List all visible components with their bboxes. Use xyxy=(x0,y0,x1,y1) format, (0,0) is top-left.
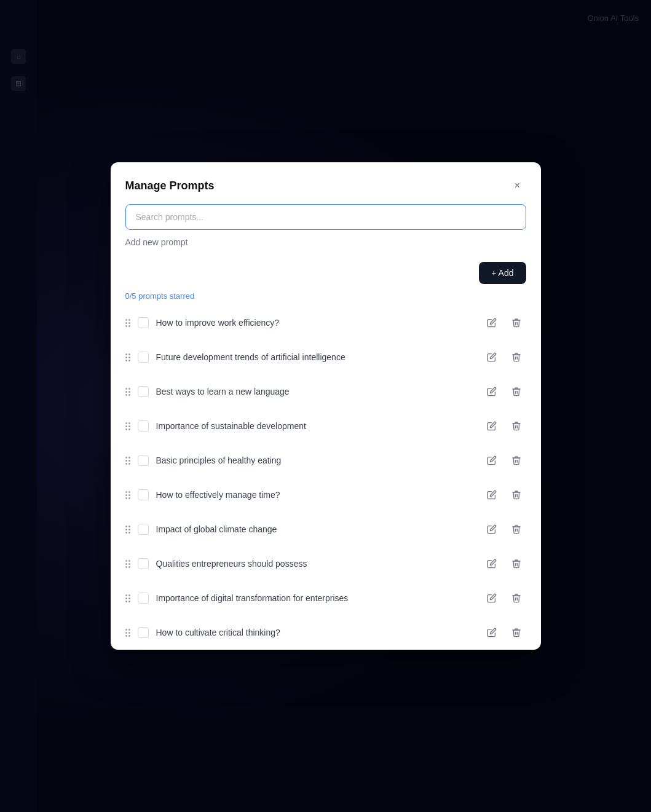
add-new-prompt-link[interactable]: Add new prompt xyxy=(125,235,188,250)
delete-icon xyxy=(511,524,521,534)
starred-count: 0/5 prompts starred xyxy=(111,291,541,305)
modal-toolbar: + Add xyxy=(111,257,541,291)
modal-backdrop: Manage Prompts × Add new prompt + Add 0/… xyxy=(0,0,651,812)
delete-icon xyxy=(511,352,521,362)
list-item: How to effectively manage time? xyxy=(116,478,536,512)
edit-button[interactable] xyxy=(482,313,502,333)
delete-button[interactable] xyxy=(507,382,526,401)
prompt-actions xyxy=(482,416,526,436)
delete-icon xyxy=(511,593,521,603)
drag-handle[interactable] xyxy=(125,560,130,568)
prompt-text: Future development trends of artificial … xyxy=(156,352,475,362)
prompt-checkbox[interactable] xyxy=(138,558,149,569)
delete-button[interactable] xyxy=(507,347,526,367)
prompt-checkbox[interactable] xyxy=(138,627,149,638)
edit-button[interactable] xyxy=(482,554,502,574)
delete-button[interactable] xyxy=(507,416,526,436)
delete-button[interactable] xyxy=(507,313,526,333)
prompt-text: Qualities entrepreneurs should possess xyxy=(156,559,475,569)
prompt-actions xyxy=(482,451,526,470)
drag-handle[interactable] xyxy=(125,353,130,361)
list-item: How to cultivate critical thinking? xyxy=(116,615,536,650)
delete-button[interactable] xyxy=(507,588,526,608)
prompt-checkbox[interactable] xyxy=(138,420,149,432)
prompt-actions xyxy=(482,588,526,608)
prompt-text: Importance of digital transformation for… xyxy=(156,593,475,603)
prompt-checkbox[interactable] xyxy=(138,489,149,500)
prompt-actions xyxy=(482,485,526,505)
modal-title: Manage Prompts xyxy=(125,179,215,192)
edit-icon xyxy=(487,455,497,465)
add-button[interactable]: + Add xyxy=(479,262,526,284)
drag-handle[interactable] xyxy=(125,319,130,327)
edit-button[interactable] xyxy=(482,519,502,539)
prompt-actions xyxy=(482,623,526,642)
modal-header: Manage Prompts × xyxy=(111,162,541,204)
edit-button[interactable] xyxy=(482,485,502,505)
edit-icon xyxy=(487,318,497,328)
edit-button[interactable] xyxy=(482,451,502,470)
drag-handle[interactable] xyxy=(125,629,130,637)
list-item: Best ways to learn a new language xyxy=(116,374,536,409)
prompt-actions xyxy=(482,382,526,401)
prompt-actions xyxy=(482,347,526,367)
prompt-checkbox[interactable] xyxy=(138,524,149,535)
list-item: Importance of sustainable development xyxy=(116,409,536,443)
prompt-checkbox[interactable] xyxy=(138,352,149,363)
prompt-text: How to effectively manage time? xyxy=(156,490,475,500)
prompt-text: Best ways to learn a new language xyxy=(156,387,475,396)
search-input[interactable] xyxy=(125,204,526,230)
edit-icon xyxy=(487,352,497,362)
manage-prompts-modal: Manage Prompts × Add new prompt + Add 0/… xyxy=(111,162,541,650)
delete-icon xyxy=(511,421,521,431)
prompt-text: Importance of sustainable development xyxy=(156,421,475,431)
drag-handle[interactable] xyxy=(125,422,130,430)
prompt-actions xyxy=(482,313,526,333)
edit-button[interactable] xyxy=(482,588,502,608)
drag-handle[interactable] xyxy=(125,594,130,602)
delete-icon xyxy=(511,490,521,500)
list-item: Importance of digital transformation for… xyxy=(116,581,536,615)
edit-icon xyxy=(487,593,497,603)
edit-icon xyxy=(487,524,497,534)
list-item: Impact of global climate change xyxy=(116,512,536,546)
prompt-checkbox[interactable] xyxy=(138,455,149,466)
delete-button[interactable] xyxy=(507,485,526,505)
prompt-text: Impact of global climate change xyxy=(156,524,475,534)
search-area: Add new prompt xyxy=(111,204,541,257)
prompt-text: How to improve work efficiency? xyxy=(156,318,475,328)
edit-button[interactable] xyxy=(482,382,502,401)
list-item: Future development trends of artificial … xyxy=(116,340,536,374)
drag-handle[interactable] xyxy=(125,388,130,396)
delete-icon xyxy=(511,455,521,465)
prompt-checkbox[interactable] xyxy=(138,386,149,397)
edit-button[interactable] xyxy=(482,623,502,642)
delete-icon xyxy=(511,387,521,396)
drag-handle[interactable] xyxy=(125,457,130,465)
edit-icon xyxy=(487,421,497,431)
prompt-checkbox[interactable] xyxy=(138,317,149,328)
delete-button[interactable] xyxy=(507,451,526,470)
list-item: Qualities entrepreneurs should possess xyxy=(116,546,536,581)
edit-icon xyxy=(487,387,497,396)
delete-button[interactable] xyxy=(507,623,526,642)
delete-button[interactable] xyxy=(507,519,526,539)
prompt-actions xyxy=(482,519,526,539)
delete-icon xyxy=(511,559,521,569)
close-button[interactable]: × xyxy=(509,177,526,194)
edit-icon xyxy=(487,628,497,637)
drag-handle[interactable] xyxy=(125,491,130,499)
delete-button[interactable] xyxy=(507,554,526,574)
edit-icon xyxy=(487,490,497,500)
edit-button[interactable] xyxy=(482,416,502,436)
edit-button[interactable] xyxy=(482,347,502,367)
prompt-list: How to improve work efficiency? xyxy=(111,305,541,650)
drag-handle[interactable] xyxy=(125,526,130,534)
prompt-text: How to cultivate critical thinking? xyxy=(156,628,475,637)
prompt-actions xyxy=(482,554,526,574)
prompt-text: Basic principles of healthy eating xyxy=(156,455,475,465)
prompt-checkbox[interactable] xyxy=(138,593,149,604)
list-item: Basic principles of healthy eating xyxy=(116,443,536,478)
delete-icon xyxy=(511,628,521,637)
edit-icon xyxy=(487,559,497,569)
